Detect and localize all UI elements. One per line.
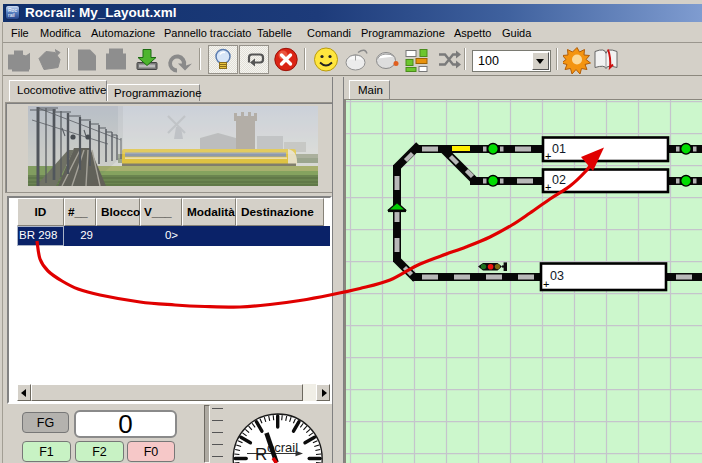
svg-text:01: 01 xyxy=(552,142,566,156)
svg-text:R: R xyxy=(255,445,267,463)
svg-text:+: + xyxy=(545,150,551,162)
svg-text:+: + xyxy=(543,278,549,290)
svg-text:02: 02 xyxy=(552,173,566,187)
svg-text:03: 03 xyxy=(550,269,564,283)
svg-text:+: + xyxy=(545,181,551,193)
